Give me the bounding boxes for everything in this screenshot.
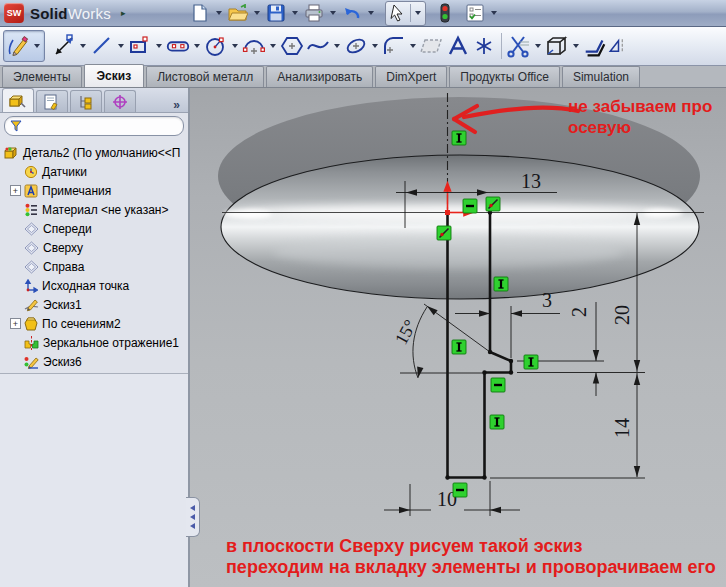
sketch-toolbar [0, 27, 726, 66]
fillet-dropdown-icon[interactable] [410, 44, 416, 48]
tree-item-material[interactable]: Материал <не указан> [2, 200, 188, 219]
polygon-icon[interactable] [279, 32, 305, 60]
spline-dropdown-icon[interactable] [334, 44, 340, 48]
select-cursor-icon[interactable] [387, 2, 409, 24]
material-icon [24, 203, 38, 217]
vertical-constraint-badge[interactable] [490, 415, 504, 429]
sketch-dropdown-icon[interactable] [34, 44, 40, 48]
tree-item-sensors[interactable]: Датчики [2, 162, 188, 181]
dim-13[interactable]: 13 [521, 170, 541, 192]
expand-plus-icon[interactable]: + [10, 318, 21, 329]
graphics-area[interactable]: 13 3 2 20 15° 14 10 [190, 88, 726, 587]
text-icon[interactable] [445, 32, 471, 60]
feature-manager-tab[interactable] [2, 88, 34, 112]
vertical-constraint-badge[interactable] [494, 277, 508, 291]
tab-evaluate[interactable]: Анализировать [266, 66, 373, 87]
line-dropdown-icon[interactable] [118, 44, 124, 48]
spline-icon[interactable] [305, 32, 331, 60]
mirror-entities-icon[interactable] [608, 32, 626, 60]
dim-14[interactable]: 14 [611, 418, 633, 438]
horizontal-constraint-badge[interactable] [453, 483, 467, 497]
menu-expander-icon[interactable]: ▸ [121, 8, 126, 18]
filter-funnel-icon [10, 120, 22, 132]
circle-icon[interactable] [203, 32, 229, 60]
new-dropdown-icon[interactable] [216, 11, 222, 15]
dim-2[interactable]: 2 [568, 307, 590, 317]
ellipse-dropdown-icon[interactable] [372, 44, 378, 48]
undo-dropdown-icon[interactable] [368, 11, 374, 15]
filter-row [0, 113, 188, 139]
trim-scissors-icon[interactable] [506, 32, 532, 60]
configuration-manager-tab[interactable] [70, 90, 102, 112]
rectangle-icon[interactable] [127, 32, 153, 60]
save-dropdown-icon[interactable] [292, 11, 298, 15]
point-icon[interactable] [471, 32, 497, 60]
expand-plus-icon[interactable]: + [10, 185, 21, 196]
open-folder-icon[interactable] [227, 2, 249, 24]
tree-item-top-plane[interactable]: Сверху [2, 238, 188, 257]
select-dropdown-icon[interactable] [415, 11, 421, 15]
dim-15deg[interactable]: 15° [391, 316, 420, 348]
rectangle-dropdown-icon[interactable] [156, 44, 162, 48]
property-manager-tab[interactable] [36, 90, 68, 112]
tree-item-right-plane[interactable]: Справа [2, 257, 188, 276]
vertical-constraint-badge[interactable] [452, 131, 466, 145]
sketch-tool-active[interactable] [3, 30, 45, 62]
line-icon[interactable] [89, 32, 115, 60]
dimxpert-manager-tab[interactable] [104, 90, 136, 112]
checker-dropdown-icon[interactable] [491, 11, 497, 15]
slot-icon[interactable] [165, 32, 191, 60]
slot-dropdown-icon[interactable] [194, 44, 200, 48]
trim-dropdown-icon[interactable] [535, 44, 541, 48]
print-icon[interactable] [303, 2, 325, 24]
smart-dimension-icon[interactable] [51, 32, 77, 60]
ribbon-tab-bar: Элементы Эскиз Листовой металл Анализиро… [0, 66, 726, 88]
tab-elements[interactable]: Элементы [2, 66, 82, 87]
tree-item-part[interactable]: Деталь2 (По умолчанию<<П [2, 143, 188, 162]
ellipse-icon[interactable] [343, 32, 369, 60]
loft-icon [24, 317, 38, 331]
undo-icon[interactable] [341, 2, 363, 24]
dim-3[interactable]: 3 [542, 289, 552, 311]
design-checker-icon[interactable] [464, 2, 486, 24]
dimension-dropdown-icon[interactable] [80, 44, 86, 48]
tree-item-sketch6[interactable]: Эскиз6 [2, 352, 188, 371]
tree-item-front-plane[interactable]: Спереди [2, 219, 188, 238]
horizontal-constraint-badge[interactable] [463, 199, 477, 213]
horizontal-constraint-badge[interactable] [491, 378, 505, 392]
tab-office-products[interactable]: Продукты Office [449, 66, 560, 87]
traffic-light-icon[interactable] [434, 2, 456, 24]
coincident-constraint-badge[interactable] [437, 226, 451, 240]
select-tool-group[interactable] [385, 1, 426, 26]
convert-entities-icon[interactable] [544, 32, 570, 60]
coincident-constraint-badge[interactable] [486, 197, 500, 211]
circle-dropdown-icon[interactable] [232, 44, 238, 48]
vertical-constraint-badge[interactable] [452, 340, 466, 354]
dim-20[interactable]: 20 [611, 305, 633, 325]
open-dropdown-icon[interactable] [254, 11, 260, 15]
sketch-pencil-icon[interactable] [5, 32, 31, 60]
plane-icon[interactable] [419, 32, 445, 60]
panel-expand-chevrons[interactable]: » [173, 98, 180, 112]
tree-item-origin[interactable]: Исходная точка [2, 276, 188, 295]
tab-simulation[interactable]: Simulation [562, 66, 640, 87]
tab-sketch[interactable]: Эскиз [84, 64, 145, 87]
tree-item-sketch1[interactable]: Эскиз1 [2, 295, 188, 314]
tree-item-mirror[interactable]: Зеркальное отражение1 [2, 333, 188, 352]
print-dropdown-icon[interactable] [330, 11, 336, 15]
tree-filter-input[interactable] [4, 116, 184, 136]
tree-item-annotations[interactable]: + Примечания [2, 181, 188, 200]
arc-icon[interactable] [241, 32, 267, 60]
tab-dimxpert[interactable]: DimXpert [375, 66, 447, 87]
tree-item-loft[interactable]: + По сечениям2 [2, 314, 188, 333]
fillet-icon[interactable] [381, 32, 407, 60]
panel-collapse-handle[interactable] [186, 497, 200, 537]
convert-dropdown-icon[interactable] [573, 44, 579, 48]
offset-entities-icon[interactable] [582, 32, 608, 60]
app-title: SolidWorks [30, 5, 111, 22]
save-icon[interactable] [265, 2, 287, 24]
tab-sheet-metal[interactable]: Листовой металл [146, 66, 264, 87]
new-document-icon[interactable] [189, 2, 211, 24]
vertical-constraint-badge[interactable] [524, 355, 538, 369]
arc-dropdown-icon[interactable] [270, 44, 276, 48]
